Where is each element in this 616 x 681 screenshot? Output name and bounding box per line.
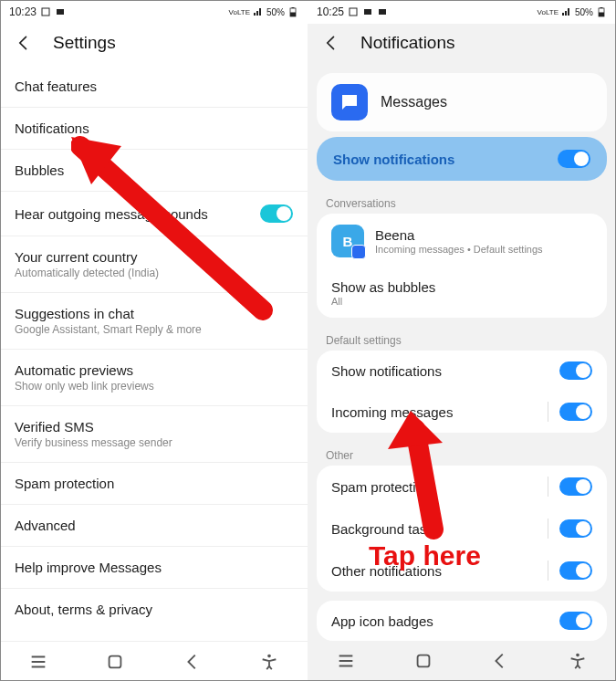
row-background-tasks[interactable]: Background tasks — [317, 508, 607, 550]
status-time: 10:23 — [9, 5, 37, 18]
phone-left-settings: 10:23 VoLTE 50% Settings Chat features N… — [0, 0, 308, 681]
status-network: VoLTE — [538, 8, 559, 16]
contact-avatar: B — [331, 225, 364, 257]
toggle-show-notifications[interactable] — [558, 150, 590, 168]
battery-icon — [596, 6, 607, 17]
toggle-show-notifications-default[interactable] — [559, 361, 592, 380]
app-name: Messages — [381, 94, 447, 110]
app-header: Messages — [317, 73, 607, 131]
toggle-spam-protection[interactable] — [559, 477, 592, 496]
row-incoming-messages[interactable]: Incoming messages — [317, 391, 607, 433]
section-conversations: Conversations — [308, 190, 616, 214]
toggle-other-notifications[interactable] — [559, 561, 592, 580]
svg-point-6 — [267, 654, 271, 657]
svg-rect-3 — [290, 13, 296, 17]
messages-app-icon — [331, 84, 368, 120]
page-title: Settings — [53, 33, 116, 53]
row-help-improve[interactable]: Help improve Messages — [0, 547, 308, 589]
battery-icon — [287, 6, 298, 17]
svg-rect-7 — [350, 8, 357, 16]
svg-point-14 — [576, 654, 579, 657]
svg-rect-5 — [110, 655, 121, 667]
svg-rect-9 — [379, 9, 386, 15]
status-icon — [362, 6, 373, 17]
nav-back-icon[interactable] — [183, 652, 203, 672]
status-icon — [55, 6, 66, 17]
row-show-as-bubbles[interactable]: Show as bubbles All — [317, 268, 607, 318]
status-bar: 10:25 VoLTE 50% — [308, 0, 616, 24]
status-icon — [348, 6, 359, 17]
row-chat-features[interactable]: Chat features — [0, 66, 308, 108]
header: Notifications — [308, 24, 616, 66]
status-battery-pct: 50% — [575, 7, 593, 17]
header: Settings — [0, 24, 308, 66]
section-other: Other — [308, 442, 616, 466]
row-show-notifications[interactable]: Show notifications — [317, 351, 607, 391]
toggle-background-tasks[interactable] — [559, 519, 592, 538]
row-contact-beena[interactable]: B Beena Incoming messages • Default sett… — [317, 214, 607, 268]
signal-icon — [561, 6, 572, 17]
row-suggestions[interactable]: Suggestions in chatGoogle Assistant, Sma… — [0, 293, 308, 350]
divider — [548, 561, 548, 581]
nav-bar — [0, 641, 308, 681]
svg-rect-11 — [599, 13, 604, 17]
toggle-hear-outgoing[interactable] — [260, 204, 293, 223]
divider — [548, 519, 548, 539]
row-verified-sms[interactable]: Verified SMSVerify business message send… — [0, 406, 308, 463]
row-show-notifications-master[interactable]: Show notifications — [317, 137, 607, 181]
card-conversations: B Beena Incoming messages • Default sett… — [317, 214, 607, 318]
status-bar: 10:23 VoLTE 50% — [0, 0, 308, 24]
back-icon[interactable] — [15, 34, 33, 52]
svg-rect-12 — [600, 7, 603, 8]
nav-accessibility-icon[interactable] — [259, 652, 279, 672]
status-battery-pct: 50% — [266, 7, 285, 17]
svg-rect-0 — [42, 8, 49, 16]
row-spam[interactable]: Spam protection — [0, 463, 308, 505]
svg-rect-1 — [57, 9, 64, 15]
nav-recents-icon[interactable] — [28, 652, 48, 672]
toggle-incoming-messages[interactable] — [559, 403, 592, 421]
toggle-app-icon-badges[interactable] — [559, 612, 592, 630]
phone-right-notifications: 10:25 VoLTE 50% Notifications Messages S… — [308, 0, 616, 681]
row-app-icon-badges[interactable]: App icon badges — [317, 601, 607, 641]
status-network: VoLTE — [229, 8, 250, 16]
nav-accessibility-icon[interactable] — [568, 651, 588, 671]
settings-list: Chat features Notifications Bubbles Hear… — [0, 66, 308, 630]
row-country[interactable]: Your current countryAutomatically detect… — [0, 236, 308, 293]
row-other-notifications[interactable]: Other notifications — [317, 550, 607, 592]
row-spam-protection[interactable]: Spam protection — [317, 466, 607, 508]
nav-home-icon[interactable] — [413, 651, 433, 671]
card-other: Spam protection Background tasks Other n… — [317, 466, 607, 592]
row-about[interactable]: About, terms & privacy — [0, 589, 308, 630]
nav-bar — [308, 641, 616, 681]
signal-icon — [253, 6, 264, 17]
status-icon — [40, 6, 51, 17]
nav-recents-icon[interactable] — [336, 651, 356, 671]
status-time: 10:25 — [317, 5, 344, 18]
divider — [548, 477, 548, 497]
back-icon[interactable] — [322, 34, 340, 52]
svg-rect-8 — [364, 9, 371, 15]
divider — [548, 402, 548, 422]
nav-back-icon[interactable] — [490, 651, 510, 671]
row-notifications[interactable]: Notifications — [0, 108, 308, 150]
card-default-settings: Show notifications Incoming messages — [317, 351, 607, 433]
row-hear-outgoing[interactable]: Hear outgoing message sounds — [0, 192, 308, 236]
svg-rect-4 — [292, 7, 295, 8]
page-title: Notifications — [360, 33, 455, 53]
row-auto-previews[interactable]: Automatic previewsShow only web link pre… — [0, 350, 308, 406]
svg-rect-13 — [417, 655, 429, 667]
section-default-settings: Default settings — [308, 327, 616, 351]
status-icon — [377, 6, 388, 17]
card-badges: App icon badges — [317, 601, 607, 641]
row-advanced[interactable]: Advanced — [0, 505, 308, 547]
nav-home-icon[interactable] — [105, 652, 125, 672]
row-bubbles[interactable]: Bubbles — [0, 150, 308, 192]
